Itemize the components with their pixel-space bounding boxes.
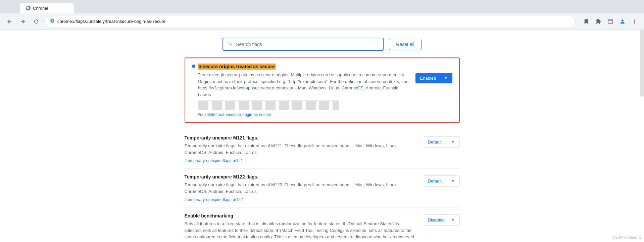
search-row: Reset all: [185, 38, 460, 51]
flag-item-m122: Temporarily unexpire M122 flags. Tempora…: [185, 169, 460, 208]
flag-description-col-m122: Temporarily unexpire M122 flags. Tempora…: [185, 174, 417, 202]
flag-header: Insecure origins treated as secure: [192, 64, 452, 70]
flag-control-m121[interactable]: Default ▼: [423, 136, 460, 148]
watermark: CSDN @Klaus_S: [612, 235, 641, 239]
flag-input-row: [198, 100, 410, 110]
search-box[interactable]: [222, 38, 384, 51]
reload-button[interactable]: [31, 16, 42, 27]
scrollbar[interactable]: [640, 30, 644, 97]
chevron-down-icon: ▼: [444, 76, 448, 80]
flag-description-benchmarking: Sets all features to a fixed state; that…: [185, 220, 417, 242]
flag-description-col-benchmarking: Enable benchmarking Sets all features to…: [185, 213, 417, 242]
nav-actions: [581, 16, 640, 27]
tab-bar: Chrome: [0, 0, 644, 13]
flag-select-enabled[interactable]: Enabled ▼: [415, 73, 452, 83]
flag-item-benchmarking: Enable benchmarking Sets all features to…: [185, 208, 460, 242]
svg-point-1: [27, 7, 29, 9]
flag-description-m122: Temporarily unexpire flags that expired …: [185, 182, 417, 195]
flag-item-m121: Temporarily unexpire M121 flags. Tempora…: [185, 130, 460, 169]
flag-title-benchmarking: Enable benchmarking: [185, 213, 417, 218]
url-text: chrome://flags/#unsafely-treat-insecure-…: [57, 19, 165, 24]
chevron-down-icon: ▼: [451, 140, 455, 144]
flag-select-disabled-benchmarking[interactable]: Disabled ▼: [423, 214, 460, 226]
flag-item-highlighted: Insecure origins treated as secure Treat…: [185, 57, 460, 123]
search-icon: [228, 41, 233, 47]
chevron-down-icon: ▼: [451, 218, 455, 222]
flag-description-col: Treat given (insecure) origins as secure…: [192, 72, 410, 117]
flag-link-m122[interactable]: #temporary-unexpire-flags-m122: [185, 197, 417, 202]
flag-description-col-m121: Temporarily unexpire M121 flags. Tempora…: [185, 135, 417, 163]
flag-body: Treat given (insecure) origins as secure…: [192, 72, 452, 117]
flag-title-highlighted: Insecure origins treated as secure: [198, 64, 276, 70]
page-content: Reset all Insecure origins treated as se…: [0, 30, 644, 242]
profile-button[interactable]: [617, 16, 628, 27]
active-tab[interactable]: Chrome: [20, 3, 74, 13]
svg-point-3: [52, 20, 53, 22]
window-button[interactable]: [605, 16, 616, 27]
flag-control-m122[interactable]: Default ▼: [423, 175, 460, 187]
flag-link-0[interactable]: #unsafely-treat-insecure-origin-as-secur…: [198, 112, 410, 117]
nav-bar: chrome://flags/#unsafely-treat-insecure-…: [0, 13, 644, 30]
search-input[interactable]: [236, 42, 378, 47]
flag-description-0: Treat given (insecure) origins as secure…: [198, 72, 410, 98]
flag-select-default-m121[interactable]: Default ▼: [423, 136, 460, 148]
menu-button[interactable]: [629, 16, 640, 27]
bookmark-button[interactable]: [581, 16, 592, 27]
tab-favicon: [26, 5, 31, 11]
address-bar[interactable]: chrome://flags/#unsafely-treat-insecure-…: [44, 16, 576, 27]
flag-control-benchmarking[interactable]: Disabled ▼: [423, 214, 460, 226]
flag-select-default-m122[interactable]: Default ▼: [423, 175, 460, 187]
back-button[interactable]: [4, 16, 15, 27]
flags-container: Reset all Insecure origins treated as se…: [171, 38, 473, 242]
flag-link-m121[interactable]: #temporary-unexpire-flags-m121: [185, 158, 417, 163]
flag-title-m122: Temporarily unexpire M122 flags.: [185, 174, 417, 179]
tab-title: Chrome: [33, 6, 48, 11]
flag-title-m121: Temporarily unexpire M121 flags.: [185, 135, 417, 140]
extensions-button[interactable]: [593, 16, 604, 27]
flag-description-m121: Temporarily unexpire flags that expired …: [185, 143, 417, 156]
flag-text-input[interactable]: [198, 100, 339, 110]
reset-all-button[interactable]: Reset all: [389, 39, 421, 50]
flag-control-0[interactable]: Enabled ▼: [415, 73, 452, 83]
site-info-icon: [50, 18, 55, 24]
chevron-down-icon: ▼: [451, 179, 455, 183]
browser-chrome: Chrome chrome://flags/#unsafely-treat-in…: [0, 0, 644, 30]
forward-button[interactable]: [17, 16, 28, 27]
flag-dot: [192, 65, 195, 68]
